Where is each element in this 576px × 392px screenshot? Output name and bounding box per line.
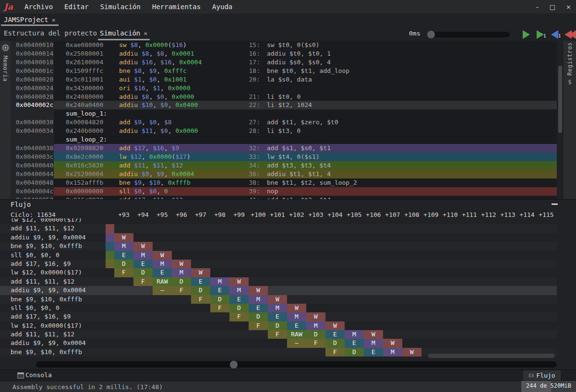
cycle-counter: Ciclo: 11634 [11,211,56,218]
menu-simulacion[interactable]: Simulación [100,3,141,11]
pipeline-row[interactable]: add $17, $16, $9DEMW [0,260,557,268]
sidebar-item-registros[interactable]: Registros $ [564,42,576,85]
code-row[interactable]: 0x004000440x25290004addiu $9, $9, 0x0004… [11,170,557,178]
pipeline-stage-cell-f: F [249,321,268,330]
menu-herramientas[interactable]: Herramientas [152,3,201,11]
pipeline-instruction-label: bne $9, $10, 0xfffb [11,295,82,304]
machine-code: 0x240a0400 [66,101,103,109]
step-forward-button[interactable] [537,30,544,39]
machine-code: 0x016c5820 [66,161,103,170]
pipeline-instruction-label: sll $0, $0, 0 [11,304,60,312]
pipeline-instruction-label: add $11, $11, $12 [11,277,74,286]
pipeline-row[interactable]: bne $9, $10, 0xfffbFDEMW [0,295,557,304]
menu-archivo[interactable]: Archivo [24,3,53,11]
pipeline-stage-cell-w: W [114,233,133,242]
code-row[interactable]: 0x004000180x26100004addiu $16, $16, 0x00… [11,58,557,67]
cycle-column-header: +111 [460,211,479,218]
tab-close-icon[interactable]: × [144,30,147,37]
code-row[interactable]: 0x004000500x016c8820add $17, $11, $1241:… [11,196,557,199]
code-rows: 0x004000100xae080000sw $8, 0x0000($16)15… [11,41,557,199]
window-maximize-icon[interactable]: □ [550,3,555,11]
pipeline-stage-cell-m: M [133,251,153,260]
pipeline-row[interactable]: lw $12, 0x0000($17)FDEMW [0,268,557,277]
pipeline-stage-cell-w: W [172,260,191,268]
machine-code: 0x26100004 [66,58,103,67]
code-row[interactable]: 0x0040002c0x240a0400addiu $10, $0, 0x040… [11,101,557,109]
machine-code: 0x3c011001 [66,75,103,84]
dollar-icon: $ [568,78,572,85]
code-row[interactable]: 0x004000140x25080001addiu $8, $8, 0x0001… [11,49,557,58]
pipeline-stage-cell-f: F [172,286,191,295]
pipeline-row[interactable]: addiu $9, $9, 0x0004W [0,233,557,242]
cycle-column-header: +104 [325,211,345,218]
active-tab-indicator [98,39,150,40]
pipeline-row[interactable]: sll $0, $0, 0EMW [0,251,557,260]
code-row[interactable]: 0x0040003c0x8e2c0000lw $12, 0x0000($17)3… [11,153,557,161]
pipeline-stage-cell-raw: RAW [153,277,172,286]
code-row[interactable]: 0x004000100xae080000sw $8, 0x0000($16)15… [11,41,557,49]
pipeline-stage-cell-stall: – [153,286,172,295]
pipeline-instruction-label: add $17, $16, $9 [11,260,71,268]
pipeline-stage-cell-d: D [345,348,364,356]
code-row[interactable]: 0x0040004c0x00000000sll $0, $0, 039:nop [11,187,557,196]
sidebar-item-memoria[interactable]: Memoria [0,44,11,82]
flujo-position-slider-thumb[interactable] [230,361,238,368]
tab-close-icon[interactable]: × [52,16,56,24]
instruction-address: 0x00400044 [16,170,53,178]
instruction-address: 0x00400020 [16,75,53,84]
window-close-icon[interactable]: × [566,3,571,11]
pipeline-row[interactable]: addiu $9, $9, 0x0004–FDEMW [0,339,557,347]
cycle-column-header: +106 [364,211,383,218]
code-label-row[interactable]: sum_loop_2: [11,135,557,144]
code-row[interactable]: 0x004000340x240b0000addiu $11, $0, 0x000… [11,127,557,135]
pipeline-row[interactable]: bne $9, $10, 0xfffbMW [0,242,557,250]
code-vertical-scrollbar[interactable] [558,66,562,133]
cycle-column-header: +105 [345,211,364,218]
code-row[interactable]: 0x004000380x02098820add $17, $16, $932:a… [11,144,557,153]
pipeline-row[interactable]: add $11, $11, $12 [0,224,557,233]
machine-code: 0x152afffb [66,178,103,187]
assembly-instruction: lw $12, 0x0000($17) [119,153,191,161]
code-row[interactable]: 0x004000240x34300000ori $16, $1, 0x0000 [11,84,557,93]
instruction-address: 0x0040004c [16,187,53,196]
minimize-panel-icon[interactable] [552,203,558,205]
menu-ayuda[interactable]: Ayuda [212,3,232,11]
machine-code: 0xae080000 [66,41,103,49]
pipeline-row[interactable]: add $11, $11, $12FRAWDEMW [0,330,557,339]
pipeline-stage-cell-e: E [287,321,306,330]
code-row[interactable]: 0x004000300x00084820add $9, $0, $827:add… [11,118,557,127]
code-row[interactable]: 0x004000400x016c5820add $11, $11, $1234:… [11,161,557,170]
source-instruction: nop [267,187,278,196]
pipeline-row[interactable]: lw $12, 0x0000($17)FDEMW [0,321,557,330]
source-line-number: 36: [230,170,260,178]
pipeline-stage-cell-e: E [364,348,383,356]
pipeline-stage-cell-d: D [229,304,249,312]
flujo-horizontal-scrollbar[interactable] [428,354,554,358]
speed-slider-thumb[interactable] [427,31,435,38]
flujo-panel-badge[interactable]: EX Flujo [523,370,561,380]
code-row[interactable]: 0x004000200x3c011001aui $1, $0, 0x100120… [11,75,557,84]
tab-simulacion[interactable]: Simulación× [100,29,147,37]
menu-editar[interactable]: Editar [64,3,89,11]
tab-jamsproject[interactable]: JAMSProject× [4,16,56,24]
speed-slider[interactable] [427,32,510,37]
flujo-position-slider[interactable] [36,361,557,368]
pipeline-row[interactable]: lw $12, 0x0000($17) [0,218,557,224]
tab-estructura[interactable]: Estructura del protecto [4,29,97,37]
pipeline-row[interactable]: addiu $9, $9, 0x0004–FDEMW [0,286,557,295]
badge-label: Flujo [536,372,555,379]
code-row[interactable]: 0x0040001c0x1509fffcbne $8, $9, 0xfffc18… [11,67,557,75]
step-back-button[interactable] [551,30,558,39]
pipeline-stage-cell-f: F [268,330,287,339]
code-row[interactable]: 0x004000280x24080000addiu $8, $0, 0x0000… [11,93,557,101]
pipeline-row[interactable]: add $11, $11, $12FRAWDEMW [0,277,557,286]
console-tab[interactable]: Consola [25,371,52,379]
window-minimize-icon[interactable]: – [536,3,539,11]
code-row[interactable]: 0x004000480x152afffbbne $9, $10, 0xfffb3… [11,178,557,187]
code-label-row[interactable]: sum_loop_1: [11,109,557,118]
pipeline-stage-cell-m: M [287,312,306,321]
pipeline-row[interactable]: add $17, $16, $9FDEMW [0,312,557,321]
pipeline-stage-cell-w: W [287,304,306,312]
pipeline-row[interactable]: sll $0, $0, 0FDEMW [0,304,557,312]
run-button[interactable] [523,30,530,39]
